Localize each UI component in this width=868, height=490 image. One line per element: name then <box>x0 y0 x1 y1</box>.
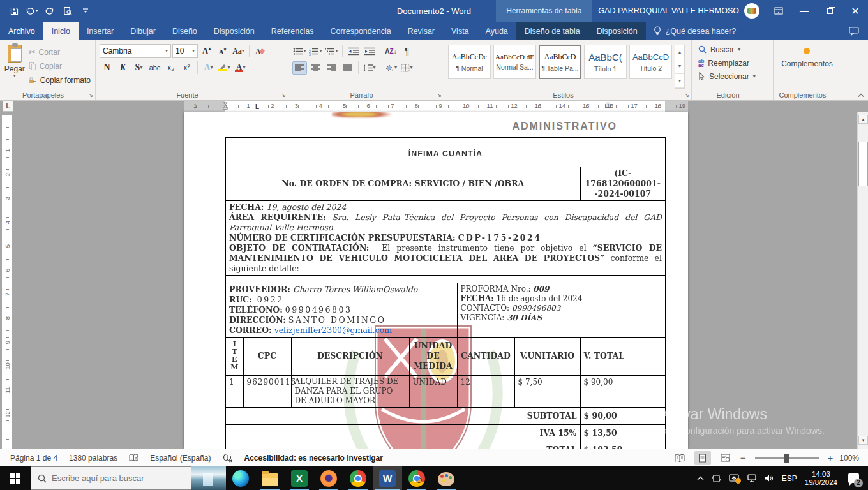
undo-button[interactable]: ▾ <box>24 3 40 19</box>
line-spacing-button[interactable]: ▾ <box>362 61 377 75</box>
underline-button[interactable]: S▾ <box>131 61 146 75</box>
redo-button[interactable] <box>42 3 57 19</box>
word-count[interactable]: 1380 palabras <box>69 454 117 463</box>
style-titulo-1[interactable]: AaBbC( Título 1 <box>584 45 627 79</box>
format-painter-button[interactable]: Copiar formato <box>27 74 93 86</box>
print-layout-button[interactable] <box>694 451 711 465</box>
change-case-button[interactable]: Aa▾ <box>231 45 246 58</box>
borders-button[interactable]: ▾ <box>400 61 414 75</box>
shading-button[interactable]: ▾ <box>384 61 398 75</box>
font-family-combo[interactable]: Cambria▾ <box>100 44 171 58</box>
tab-diseno[interactable]: Diseño <box>164 22 206 40</box>
styles-gallery-scroll[interactable]: ▲ ▼ ▼ <box>675 45 685 89</box>
superscript-button[interactable]: x² <box>179 61 194 75</box>
taskbar-edge[interactable] <box>226 466 255 490</box>
shrink-font-button[interactable]: A▾ <box>215 45 230 58</box>
cut-button[interactable]: ✂ Cortar <box>27 46 93 58</box>
tab-correspondencia[interactable]: Correspondencia <box>322 22 399 40</box>
vertical-scrollbar[interactable]: ▲ ▼ <box>857 112 868 449</box>
styles-dialog-launcher[interactable]: ↘ <box>684 92 689 98</box>
bold-button[interactable]: N <box>100 61 114 75</box>
tray-network-button[interactable] <box>747 474 757 482</box>
print-preview-button[interactable] <box>60 3 75 19</box>
tab-dibujar[interactable]: Dibujar <box>122 22 164 40</box>
tray-chevron-button[interactable] <box>697 476 704 480</box>
collapse-ribbon-button[interactable] <box>858 93 864 98</box>
horizontal-ruler[interactable]: 1 L 12345678910111213141516171819 <box>0 101 868 112</box>
scroll-up-arrow[interactable]: ▲ <box>858 115 868 124</box>
tab-disposicion[interactable]: Disposición <box>206 22 263 40</box>
bullets-button[interactable]: ▾ <box>292 45 307 58</box>
tab-inicio[interactable]: Inicio <box>43 22 79 40</box>
taskbar-paint[interactable] <box>431 466 461 490</box>
clear-formatting-button[interactable]: A <box>253 45 267 58</box>
paste-button[interactable]: Pegar ▾ <box>3 43 27 89</box>
find-button[interactable]: Buscar▾ <box>694 43 770 56</box>
tray-language-indicator[interactable]: ESP <box>782 474 797 483</box>
tab-referencias[interactable]: Referencias <box>263 22 322 40</box>
order-form-table[interactable]: ÍNFIMA CUANTÍA No. DE ORDEN DE COMPRA: S… <box>225 137 666 449</box>
subscript-button[interactable]: x₂ <box>163 61 178 75</box>
tray-clock[interactable]: 14:03 19/8/2024 <box>805 470 837 487</box>
tab-selector-box[interactable]: L <box>3 101 13 112</box>
accessibility-status[interactable]: Accesibilidad: es necesario investigar <box>244 454 383 463</box>
restore-button[interactable] <box>817 0 842 22</box>
font-dialog-launcher[interactable]: ↘ <box>281 92 286 98</box>
zoom-level[interactable]: 100% <box>839 454 859 463</box>
align-center-button[interactable] <box>308 61 323 75</box>
taskbar-chrome[interactable] <box>343 466 373 490</box>
vertical-ruler[interactable]: 123456789101112 <box>2 115 12 449</box>
style-titulo-2[interactable]: AaBbCcD Título 2 <box>629 45 672 79</box>
taskbar-chrome-profile[interactable] <box>402 466 431 490</box>
save-button[interactable] <box>6 3 22 19</box>
tab-ayuda[interactable]: Ayuda <box>477 22 516 40</box>
paste-dropdown-caret[interactable]: ▾ <box>13 73 16 78</box>
styles-scroll-up-icon[interactable]: ▲ <box>675 45 684 59</box>
minimize-button[interactable]: — <box>791 0 817 22</box>
zoom-in-button[interactable]: + <box>828 452 834 463</box>
zoom-slider-handle[interactable] <box>784 454 789 463</box>
tray-volume-button[interactable] <box>765 474 774 482</box>
tell-me-box[interactable]: ¿Qué desea hacer? <box>646 22 744 40</box>
close-button[interactable]: ✕ <box>842 0 868 22</box>
grow-font-button[interactable]: A▴ <box>199 45 214 58</box>
font-size-combo[interactable]: 10▾ <box>172 44 198 58</box>
taskbar-word[interactable]: W <box>373 466 402 490</box>
comments-button[interactable] <box>840 22 868 40</box>
style-normal[interactable]: AaBbCcDc ¶ Normal <box>448 45 491 79</box>
scrollbar-thumb[interactable] <box>858 142 868 186</box>
italic-button[interactable]: K <box>116 61 130 75</box>
tray-tablet-mode-button[interactable] <box>712 474 721 483</box>
account-button[interactable]: GAD PARROQUIAL VALLE HERMOSO <box>592 3 766 19</box>
align-left-button[interactable] <box>292 61 307 75</box>
undo-dropdown-caret[interactable]: ▾ <box>35 8 38 13</box>
sort-button[interactable]: AZ↓ <box>384 45 398 58</box>
strikethrough-button[interactable]: abc <box>147 61 162 75</box>
tab-diseno-de-tabla[interactable]: Diseño de tabla <box>516 22 588 40</box>
replace-button[interactable]: abac Reemplazar <box>694 56 770 70</box>
paragraph-dialog-launcher[interactable]: ↘ <box>437 92 442 98</box>
language-indicator[interactable]: Español (España) <box>150 454 211 463</box>
addins-button[interactable]: Complementos <box>781 48 833 68</box>
increase-indent-button[interactable] <box>362 45 377 58</box>
scroll-down-arrow[interactable]: ▼ <box>858 436 868 445</box>
align-right-button[interactable] <box>324 61 339 75</box>
page-indicator[interactable]: Página 1 de 4 <box>10 454 57 463</box>
accessibility-icon[interactable] <box>223 453 233 463</box>
highlight-button[interactable]: ▾ <box>217 61 232 75</box>
style-table-paragraph[interactable]: AaBbCcD ¶ Table Pa... <box>539 45 581 79</box>
tab-vista[interactable]: Vista <box>443 22 477 40</box>
taskbar-search[interactable] <box>31 466 191 490</box>
read-mode-button[interactable] <box>671 451 688 465</box>
proofing-icon[interactable] <box>129 454 138 462</box>
ribbon-display-options-button[interactable] <box>766 0 791 22</box>
show-marks-button[interactable]: ¶ <box>400 45 414 58</box>
styles-more-icon[interactable]: ▼ <box>675 74 684 88</box>
action-center-button[interactable]: 2 <box>845 470 862 487</box>
select-button[interactable]: Seleccionar▾ <box>694 70 770 83</box>
tray-display-share-button[interactable] <box>729 474 739 482</box>
numbering-button[interactable]: 123▾ <box>308 45 323 58</box>
taskbar-file-explorer[interactable] <box>255 466 285 490</box>
tab-disposicion-tabla[interactable]: Disposición <box>588 22 646 40</box>
web-layout-button[interactable] <box>717 451 734 465</box>
